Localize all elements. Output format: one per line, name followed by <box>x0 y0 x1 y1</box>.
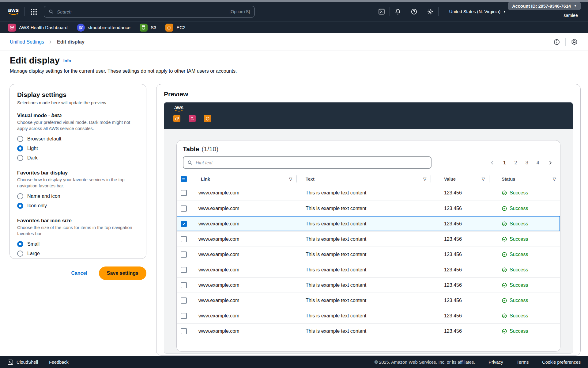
favorite-ec2[interactable]: EC2 <box>165 24 185 32</box>
radio-option-light[interactable]: Light <box>17 144 139 153</box>
select-all-checkbox[interactable] <box>181 176 187 182</box>
global-search-field[interactable] <box>57 9 226 14</box>
table-row[interactable]: www.example.comThis is example text cont… <box>177 262 560 277</box>
help-icon[interactable] <box>410 8 418 16</box>
table-row[interactable]: www.example.comThis is example text cont… <box>177 247 560 262</box>
sort-icon[interactable]: ▽ <box>553 177 560 181</box>
table-row[interactable]: www.example.comThis is example text cont… <box>177 277 560 293</box>
group-heading: Favorites bar display <box>17 170 139 176</box>
row-checkbox[interactable] <box>181 190 187 196</box>
settings-card-subtitle: Selections made here will update the pre… <box>17 100 139 105</box>
table-search-field[interactable] <box>196 160 427 165</box>
table-row[interactable]: www.example.comThis is example text cont… <box>177 293 560 308</box>
copyright-text: © 2025, Amazon Web Services, Inc. or its… <box>375 360 475 365</box>
status-cell: Success <box>489 313 560 319</box>
table-row[interactable]: www.example.comThis is example text cont… <box>177 231 560 247</box>
text-cell: This is example text content <box>296 328 431 334</box>
radio-option-dark[interactable]: Dark <box>17 153 139 163</box>
info-icon[interactable] <box>553 38 561 46</box>
preview-mini-nav: aws <box>164 102 573 129</box>
status-cell: Success <box>489 221 560 227</box>
table-row[interactable]: www.example.comThis is example text cont… <box>177 323 560 339</box>
table-row[interactable]: www.example.comThis is example text cont… <box>177 201 560 216</box>
form-actions: Cancel Save settings <box>9 266 146 280</box>
table-search-input[interactable] <box>183 156 432 169</box>
success-icon <box>502 298 507 303</box>
cancel-button[interactable]: Cancel <box>71 270 87 276</box>
breadcrumb-bar: Unified Settings Edit display <box>0 33 588 51</box>
row-checkbox[interactable] <box>181 282 187 288</box>
favorite-s3[interactable]: S3 <box>140 24 156 32</box>
preview-table-card: Table(1/10) 1234 Link▽Text▽Value▽Status▽… <box>176 140 560 352</box>
page-number-3[interactable]: 3 <box>526 160 528 166</box>
status-cell: Success <box>489 267 560 273</box>
breadcrumb-unified-settings[interactable]: Unified Settings <box>10 39 44 45</box>
row-checkbox[interactable] <box>181 221 187 227</box>
account-id-tab[interactable]: Account ID: 2957-9346-7614 ▼ <box>508 2 581 10</box>
save-settings-button[interactable]: Save settings <box>99 266 146 280</box>
value-cell: 123.456 <box>431 236 489 242</box>
info-link[interactable]: Info <box>63 58 71 63</box>
table-row[interactable]: www.example.comThis is example text cont… <box>177 216 560 231</box>
table-row[interactable]: www.example.comThis is example text cont… <box>177 308 560 323</box>
row-checkbox-cell <box>177 205 195 212</box>
pagination: 1234 <box>490 160 553 166</box>
privacy-link[interactable]: Privacy <box>488 360 503 365</box>
region-selector[interactable]: United States (N. Virginia) ▼ <box>449 9 506 14</box>
cookie-preferences-link[interactable]: Cookie preferences <box>542 360 581 365</box>
nav-divider <box>390 7 390 16</box>
cloudshell-icon[interactable] <box>378 8 386 16</box>
status-cell: Success <box>489 236 560 242</box>
page-number-2[interactable]: 2 <box>514 160 517 166</box>
app-launcher-icon[interactable] <box>30 8 38 16</box>
previous-page-icon[interactable] <box>490 160 495 165</box>
radio-option-browser-default[interactable]: Browser default <box>17 134 139 144</box>
radio-option-name-and-icon[interactable]: Name and icon <box>17 191 139 201</box>
search-icon <box>187 160 193 165</box>
row-checkbox[interactable] <box>181 205 187 212</box>
preview-favorites-icons <box>173 115 573 122</box>
success-icon <box>502 313 507 319</box>
text-cell: This is example text content <box>296 206 431 211</box>
account-id-label: Account ID: 2957-9346-7614 <box>512 4 571 9</box>
settings-gear-icon[interactable] <box>426 8 434 16</box>
aws-logo-text: aws <box>8 8 19 13</box>
health-dashboard-icon <box>8 24 16 32</box>
next-page-icon[interactable] <box>548 160 553 165</box>
page-number-1[interactable]: 1 <box>503 160 506 166</box>
row-checkbox-cell <box>177 267 195 273</box>
sort-icon[interactable]: ▽ <box>482 177 489 181</box>
notifications-bell-icon[interactable] <box>394 8 402 16</box>
settings-card-title: Display settings <box>17 91 139 98</box>
amazon-q-icon[interactable] <box>570 38 578 46</box>
row-checkbox[interactable] <box>181 328 187 334</box>
settings-group-favorites-bar-display: Favorites bar displayChoose how to displ… <box>17 170 139 210</box>
row-checkbox[interactable] <box>181 313 187 319</box>
link-cell: www.example.com <box>195 298 296 303</box>
success-icon <box>502 282 507 288</box>
global-search-input[interactable]: [Option+S] <box>44 6 254 17</box>
feedback-link[interactable]: Feedback <box>49 360 69 365</box>
sort-icon[interactable]: ▽ <box>423 177 431 181</box>
aws-logo[interactable]: aws <box>7 8 20 16</box>
row-checkbox[interactable] <box>181 251 187 258</box>
status-cell: Success <box>489 190 560 196</box>
table-row[interactable]: www.example.comThis is example text cont… <box>177 185 560 201</box>
cloudshell-icon <box>7 359 13 365</box>
row-checkbox[interactable] <box>181 267 187 273</box>
page-number-4[interactable]: 4 <box>537 160 539 166</box>
row-checkbox[interactable] <box>181 236 187 242</box>
row-checkbox[interactable] <box>181 297 187 304</box>
status-label: Success <box>510 313 528 319</box>
cloudshell-button[interactable]: CloudShell <box>7 359 38 365</box>
favorite-slmobbin-attendance[interactable]: slmobbin-attendance <box>77 24 130 32</box>
link-cell: www.example.com <box>195 190 296 196</box>
value-cell: 123.456 <box>431 328 489 334</box>
radio-option-small[interactable]: Small <box>17 239 139 249</box>
radio-option-icon-only[interactable]: Icon only <box>17 201 139 210</box>
sort-icon[interactable]: ▽ <box>289 177 296 181</box>
status-cell: Success <box>489 252 560 257</box>
favorite-aws-health-dashboard[interactable]: AWS Health Dashboard <box>8 24 68 32</box>
radio-option-large[interactable]: Large <box>17 249 139 258</box>
terms-link[interactable]: Terms <box>517 360 529 365</box>
